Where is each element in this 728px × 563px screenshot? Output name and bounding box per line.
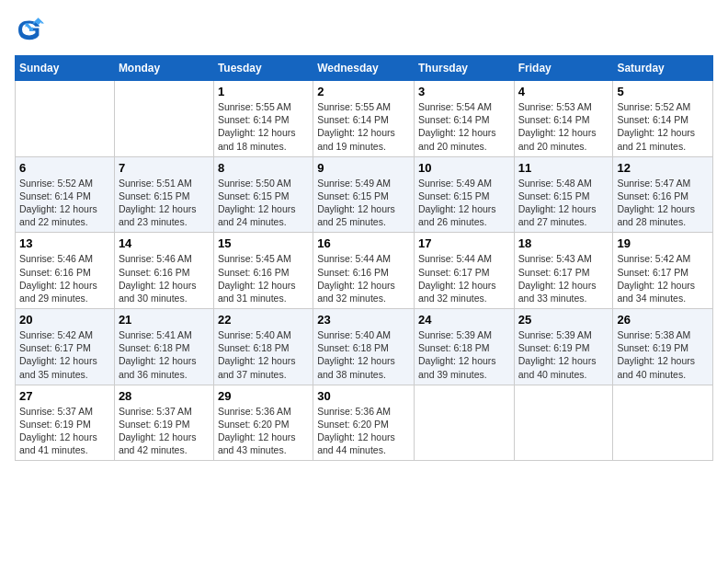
calendar-cell: 6Sunrise: 5:52 AM Sunset: 6:14 PM Daylig… (16, 156, 115, 233)
day-info: Sunrise: 5:37 AM Sunset: 6:19 PM Dayligh… (119, 405, 210, 457)
day-number: 10 (418, 161, 510, 175)
calendar-cell (613, 385, 713, 461)
calendar-cell: 3Sunrise: 5:54 AM Sunset: 6:14 PM Daylig… (414, 81, 514, 157)
day-info: Sunrise: 5:55 AM Sunset: 6:14 PM Dayligh… (218, 100, 309, 153)
calendar-cell: 18Sunrise: 5:43 AM Sunset: 6:17 PM Dayli… (514, 233, 613, 309)
day-info: Sunrise: 5:44 AM Sunset: 6:17 PM Dayligh… (418, 252, 510, 304)
day-info: Sunrise: 5:52 AM Sunset: 6:14 PM Dayligh… (617, 100, 709, 153)
calendar-cell (514, 385, 613, 461)
day-number: 8 (218, 161, 309, 175)
calendar-cell: 26Sunrise: 5:38 AM Sunset: 6:19 PM Dayli… (613, 309, 713, 385)
day-info: Sunrise: 5:40 AM Sunset: 6:18 PM Dayligh… (218, 328, 309, 381)
day-info: Sunrise: 5:39 AM Sunset: 6:18 PM Dayligh… (418, 328, 510, 381)
calendar-cell: 8Sunrise: 5:50 AM Sunset: 6:15 PM Daylig… (213, 156, 313, 233)
day-number: 4 (518, 85, 609, 98)
day-info: Sunrise: 5:44 AM Sunset: 6:16 PM Dayligh… (317, 252, 410, 304)
calendar-cell: 4Sunrise: 5:53 AM Sunset: 6:14 PM Daylig… (514, 81, 613, 157)
calendar-week-1: 1Sunrise: 5:55 AM Sunset: 6:14 PM Daylig… (16, 81, 713, 157)
calendar-cell: 27Sunrise: 5:37 AM Sunset: 6:19 PM Dayli… (16, 385, 115, 461)
col-header-wednesday: Wednesday (313, 56, 415, 81)
day-number: 16 (317, 236, 410, 250)
day-info: Sunrise: 5:45 AM Sunset: 6:16 PM Dayligh… (218, 252, 309, 304)
day-number: 17 (418, 236, 510, 250)
calendar-cell: 19Sunrise: 5:42 AM Sunset: 6:17 PM Dayli… (613, 233, 713, 309)
day-number: 18 (518, 236, 609, 250)
day-number: 24 (418, 313, 510, 327)
day-number: 30 (317, 389, 410, 403)
calendar-cell (414, 385, 514, 461)
calendar-cell: 28Sunrise: 5:37 AM Sunset: 6:19 PM Dayli… (114, 385, 213, 461)
calendar-cell (16, 81, 115, 157)
calendar-cell: 15Sunrise: 5:45 AM Sunset: 6:16 PM Dayli… (213, 233, 313, 309)
calendar-cell: 22Sunrise: 5:40 AM Sunset: 6:18 PM Dayli… (213, 309, 313, 385)
calendar-cell: 10Sunrise: 5:49 AM Sunset: 6:15 PM Dayli… (414, 156, 514, 233)
day-number: 25 (518, 313, 609, 327)
calendar-cell: 1Sunrise: 5:55 AM Sunset: 6:14 PM Daylig… (213, 81, 313, 157)
day-number: 12 (617, 161, 709, 175)
day-info: Sunrise: 5:46 AM Sunset: 6:16 PM Dayligh… (119, 252, 210, 304)
calendar-week-3: 13Sunrise: 5:46 AM Sunset: 6:16 PM Dayli… (16, 233, 713, 309)
calendar-cell: 24Sunrise: 5:39 AM Sunset: 6:18 PM Dayli… (414, 309, 514, 385)
day-info: Sunrise: 5:41 AM Sunset: 6:18 PM Dayligh… (119, 328, 210, 381)
day-info: Sunrise: 5:53 AM Sunset: 6:14 PM Dayligh… (518, 100, 609, 153)
day-info: Sunrise: 5:51 AM Sunset: 6:15 PM Dayligh… (119, 177, 210, 229)
calendar-cell: 5Sunrise: 5:52 AM Sunset: 6:14 PM Daylig… (613, 81, 713, 157)
calendar-cell: 17Sunrise: 5:44 AM Sunset: 6:17 PM Dayli… (414, 233, 514, 309)
day-info: Sunrise: 5:50 AM Sunset: 6:15 PM Dayligh… (218, 177, 309, 229)
day-number: 21 (119, 313, 210, 327)
day-number: 7 (119, 161, 210, 175)
calendar-header-row: SundayMondayTuesdayWednesdayThursdayFrid… (16, 56, 713, 81)
col-header-friday: Friday (514, 56, 613, 81)
day-info: Sunrise: 5:39 AM Sunset: 6:19 PM Dayligh… (518, 328, 609, 381)
day-number: 5 (617, 85, 709, 98)
calendar-cell (114, 81, 213, 157)
day-info: Sunrise: 5:52 AM Sunset: 6:14 PM Dayligh… (19, 177, 110, 229)
calendar-cell: 2Sunrise: 5:55 AM Sunset: 6:14 PM Daylig… (313, 81, 415, 157)
calendar-cell: 25Sunrise: 5:39 AM Sunset: 6:19 PM Dayli… (514, 309, 613, 385)
day-info: Sunrise: 5:40 AM Sunset: 6:18 PM Dayligh… (317, 328, 410, 381)
day-number: 9 (317, 161, 410, 175)
day-number: 1 (218, 85, 309, 98)
calendar-cell: 13Sunrise: 5:46 AM Sunset: 6:16 PM Dayli… (16, 233, 115, 309)
day-info: Sunrise: 5:54 AM Sunset: 6:14 PM Dayligh… (418, 100, 510, 153)
day-number: 27 (19, 389, 110, 403)
day-number: 6 (19, 161, 110, 175)
col-header-saturday: Saturday (613, 56, 713, 81)
day-info: Sunrise: 5:47 AM Sunset: 6:16 PM Dayligh… (617, 177, 709, 229)
day-number: 26 (617, 313, 709, 327)
day-number: 2 (317, 85, 410, 98)
day-number: 15 (218, 236, 309, 250)
day-number: 3 (418, 85, 510, 98)
calendar-cell: 11Sunrise: 5:48 AM Sunset: 6:15 PM Dayli… (514, 156, 613, 233)
day-info: Sunrise: 5:37 AM Sunset: 6:19 PM Dayligh… (19, 405, 110, 457)
day-number: 20 (19, 313, 110, 327)
calendar-cell: 21Sunrise: 5:41 AM Sunset: 6:18 PM Dayli… (114, 309, 213, 385)
calendar-cell: 12Sunrise: 5:47 AM Sunset: 6:16 PM Dayli… (613, 156, 713, 233)
col-header-sunday: Sunday (16, 56, 115, 81)
calendar-cell: 9Sunrise: 5:49 AM Sunset: 6:15 PM Daylig… (313, 156, 415, 233)
day-number: 19 (617, 236, 709, 250)
col-header-monday: Monday (114, 56, 213, 81)
day-number: 28 (119, 389, 210, 403)
day-number: 11 (518, 161, 609, 175)
calendar-cell: 20Sunrise: 5:42 AM Sunset: 6:17 PM Dayli… (16, 309, 115, 385)
day-info: Sunrise: 5:42 AM Sunset: 6:17 PM Dayligh… (19, 328, 110, 381)
calendar-cell: 30Sunrise: 5:36 AM Sunset: 6:20 PM Dayli… (313, 385, 415, 461)
logo-icon (15, 15, 44, 44)
calendar-cell: 29Sunrise: 5:36 AM Sunset: 6:20 PM Dayli… (213, 385, 313, 461)
calendar-week-2: 6Sunrise: 5:52 AM Sunset: 6:14 PM Daylig… (16, 156, 713, 233)
calendar-cell: 14Sunrise: 5:46 AM Sunset: 6:16 PM Dayli… (114, 233, 213, 309)
day-info: Sunrise: 5:55 AM Sunset: 6:14 PM Dayligh… (317, 100, 410, 153)
day-number: 22 (218, 313, 309, 327)
day-info: Sunrise: 5:42 AM Sunset: 6:17 PM Dayligh… (617, 252, 709, 304)
day-info: Sunrise: 5:46 AM Sunset: 6:16 PM Dayligh… (19, 252, 110, 304)
day-number: 29 (218, 389, 309, 403)
day-info: Sunrise: 5:43 AM Sunset: 6:17 PM Dayligh… (518, 252, 609, 304)
logo (15, 15, 48, 44)
calendar-cell: 7Sunrise: 5:51 AM Sunset: 6:15 PM Daylig… (114, 156, 213, 233)
calendar-cell: 16Sunrise: 5:44 AM Sunset: 6:16 PM Dayli… (313, 233, 415, 309)
col-header-thursday: Thursday (414, 56, 514, 81)
day-info: Sunrise: 5:36 AM Sunset: 6:20 PM Dayligh… (218, 405, 309, 457)
day-number: 23 (317, 313, 410, 327)
calendar-cell: 23Sunrise: 5:40 AM Sunset: 6:18 PM Dayli… (313, 309, 415, 385)
